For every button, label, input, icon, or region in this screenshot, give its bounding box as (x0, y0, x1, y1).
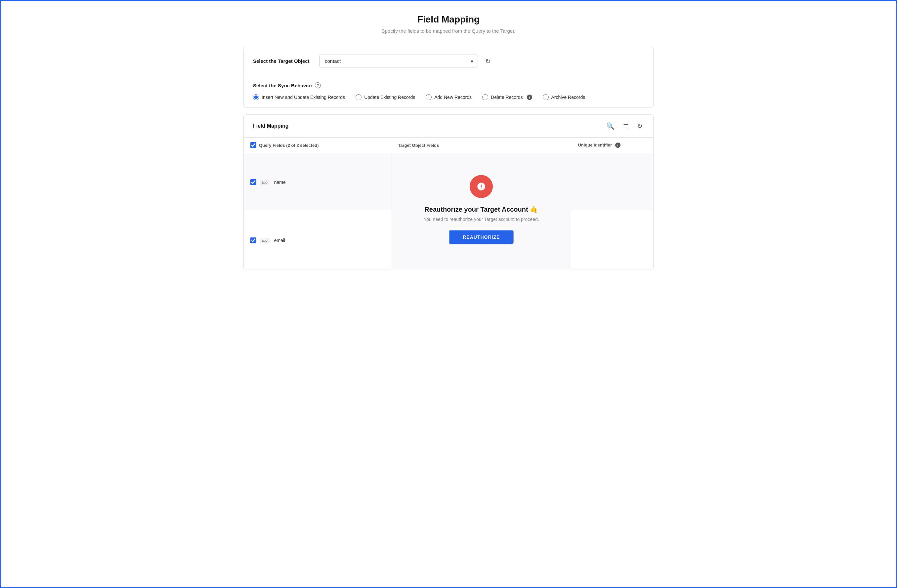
table-row: abc name Reauthorize your Ta (244, 153, 653, 211)
sync-behavior-header: Select the Sync Behavior ? (253, 82, 644, 88)
name-field-type-badge: abc (260, 179, 269, 185)
field-mapping-card: Field Mapping 🔍 ☰ ↻ (243, 115, 654, 270)
page-header: Field Mapping Specify the fields to be m… (243, 14, 654, 34)
target-object-row: Select the Target Object contact lead ac… (244, 47, 653, 75)
email-field-label: email (274, 238, 285, 243)
radio-add-new-label: Add New Records (434, 95, 471, 100)
reauth-desc: You need to reauthorize your Target acco… (424, 217, 539, 222)
radio-archive-records-label: Archive Records (551, 95, 585, 100)
radio-insert-update[interactable]: Insert New and Update Existing Records (253, 94, 345, 100)
radio-insert-update-label: Insert New and Update Existing Records (262, 95, 345, 100)
radio-delete-records-input[interactable] (482, 94, 488, 100)
radio-update-existing-label: Update Existing Records (364, 95, 415, 100)
target-sync-card: Select the Target Object contact lead ac… (243, 47, 654, 108)
filter-button[interactable]: ☰ (622, 121, 630, 131)
refresh-icon: ↻ (485, 58, 491, 65)
reauth-title: Reauthorize your Target Account 🤙 (424, 205, 538, 213)
radio-delete-records[interactable]: Delete Records i (482, 94, 532, 100)
sync-behavior-options: Insert New and Update Existing Records U… (253, 94, 644, 100)
email-field-type-badge: abc (260, 238, 269, 243)
email-row-checkbox[interactable] (250, 237, 256, 243)
target-object-select[interactable]: contact lead account (319, 55, 478, 67)
reauth-container: Reauthorize your Target Account 🤙 You ne… (398, 158, 565, 264)
sync-behavior-label: Select the Sync Behavior (253, 83, 312, 88)
select-all-checkbox[interactable] (250, 142, 256, 148)
email-unique-cell (571, 211, 653, 270)
radio-archive-records[interactable]: Archive Records (543, 94, 585, 100)
name-row-checkbox[interactable] (250, 179, 256, 185)
name-unique-cell (571, 153, 653, 211)
radio-archive-records-input[interactable] (543, 94, 549, 100)
unique-identifier-info-icon[interactable]: i (615, 142, 620, 148)
radio-delete-records-label: Delete Records (491, 95, 523, 100)
target-object-label: Select the Target Object (253, 58, 319, 64)
target-object-select-wrapper: contact lead account ▾ (319, 55, 478, 67)
query-field-name-cell: abc name (244, 153, 391, 211)
name-field-label: name (274, 179, 286, 185)
page-subtitle: Specify the fields to be mapped from the… (243, 28, 654, 34)
field-mapping-header: Field Mapping 🔍 ☰ ↻ (244, 115, 653, 138)
radio-add-new-input[interactable] (426, 94, 432, 100)
radio-add-new[interactable]: Add New Records (426, 94, 471, 100)
col-target-header: Target Object Fields (391, 138, 571, 153)
radio-update-existing[interactable]: Update Existing Records (355, 94, 415, 100)
target-reauth-area: Reauthorize your Target Account 🤙 You ne… (391, 153, 571, 270)
search-icon: 🔍 (606, 122, 615, 130)
sync-behavior-section: Select the Sync Behavior ? Insert New an… (244, 75, 653, 107)
mapping-table: Query Fields (2 of 2 selected) Target Ob… (244, 138, 653, 270)
delete-records-info-icon[interactable]: i (527, 95, 532, 100)
refresh-mapping-button[interactable]: ↻ (636, 121, 644, 131)
header-actions: 🔍 ☰ ↻ (605, 121, 644, 131)
search-button[interactable]: 🔍 (605, 121, 616, 131)
radio-insert-update-input[interactable] (253, 94, 259, 100)
refresh-target-button[interactable]: ↻ (483, 55, 493, 67)
radio-update-existing-input[interactable] (355, 94, 361, 100)
page-title: Field Mapping (243, 14, 654, 25)
help-icon[interactable]: ? (315, 82, 321, 88)
col-unique-header: Unique Identifier i (571, 138, 653, 153)
query-field-email-cell: abc email (244, 211, 391, 270)
unique-identifier-header-label: Unique Identifier (578, 142, 612, 147)
field-mapping-title: Field Mapping (253, 123, 289, 129)
exclamation-icon (477, 182, 486, 191)
query-fields-header-label: Query Fields (2 of 2 selected) (259, 143, 319, 148)
filter-icon: ☰ (623, 123, 628, 130)
refresh-mapping-icon: ↻ (637, 122, 643, 130)
col-query-header: Query Fields (2 of 2 selected) (244, 138, 391, 153)
target-fields-header-label: Target Object Fields (398, 143, 439, 148)
error-icon-circle (470, 175, 493, 198)
reauthorize-button[interactable]: REAUTHORIZE (449, 230, 514, 244)
